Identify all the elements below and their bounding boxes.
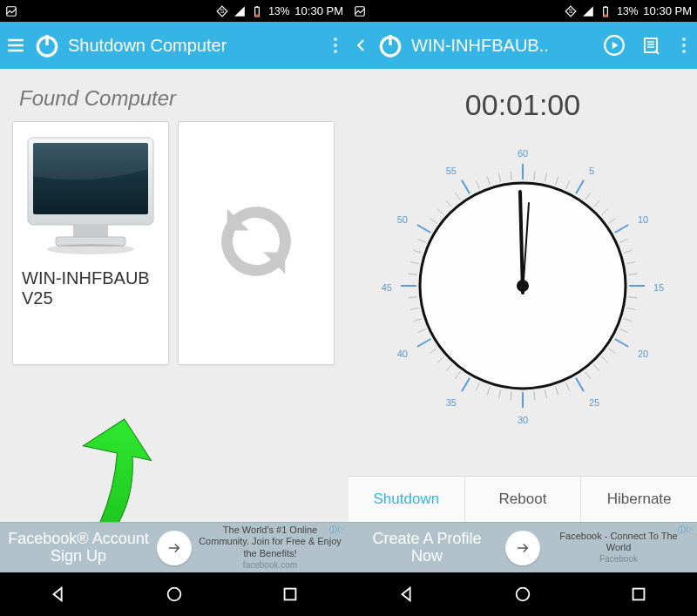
- ad-right-text: Facebook - Connect To The World Facebook: [547, 531, 690, 565]
- diamond-icon: S: [216, 5, 228, 17]
- shutdown-action[interactable]: Shutdown: [348, 477, 465, 522]
- svg-point-102: [517, 588, 530, 601]
- svg-line-54: [545, 389, 546, 398]
- svg-text:35: 35: [446, 397, 457, 408]
- svg-line-81: [462, 180, 470, 194]
- ad-go-button[interactable]: [505, 531, 540, 565]
- svg-line-45: [620, 329, 628, 333]
- svg-line-84: [499, 173, 501, 182]
- svg-line-65: [430, 349, 436, 354]
- svg-line-79: [446, 200, 452, 206]
- nav-home-icon[interactable]: [513, 585, 532, 604]
- overflow-menu-icon[interactable]: [676, 35, 692, 56]
- section-title: Found Computer: [0, 69, 348, 121]
- computer-monitor-icon: [21, 132, 160, 263]
- list-button[interactable]: [636, 30, 666, 60]
- svg-text:10: 10: [638, 214, 648, 225]
- svg-text:S: S: [220, 8, 225, 14]
- nav-back-icon[interactable]: [397, 585, 416, 604]
- computer-card[interactable]: WIN-INHFBAUBV25: [12, 121, 169, 365]
- app-bar: WIN-INHFBAUB..: [348, 22, 697, 69]
- ad-go-button[interactable]: [157, 531, 192, 565]
- app-title: WIN-INHFBAUB..: [411, 36, 592, 56]
- app-title: Shutdown Computer: [68, 36, 317, 56]
- svg-point-12: [168, 588, 181, 601]
- svg-line-67: [417, 329, 425, 333]
- svg-line-77: [430, 218, 436, 223]
- svg-line-59: [487, 387, 490, 396]
- ad-choices-icon[interactable]: ⓘ▷: [329, 525, 345, 536]
- svg-line-64: [437, 357, 443, 363]
- svg-line-69: [410, 308, 419, 309]
- svg-line-60: [476, 383, 479, 391]
- nav-home-icon[interactable]: [165, 585, 184, 604]
- svg-text:50: 50: [397, 214, 408, 225]
- svg-line-47: [609, 349, 616, 354]
- svg-line-72: [409, 274, 417, 274]
- svg-text:60: 60: [518, 148, 528, 159]
- svg-line-42: [628, 297, 637, 298]
- svg-line-57: [511, 391, 511, 400]
- computer-name-label: WIN-INHFBAUBV25: [20, 263, 161, 308]
- svg-line-78: [437, 209, 443, 215]
- nav-recent-icon[interactable]: [629, 585, 648, 604]
- svg-text:15: 15: [653, 282, 664, 293]
- svg-line-32: [585, 193, 591, 200]
- svg-line-37: [620, 239, 628, 242]
- content-area: 00:01:00 60 5 10 15 20 25 30 35 40: [348, 69, 697, 522]
- hibernate-action[interactable]: Hibernate: [581, 477, 697, 522]
- svg-line-39: [626, 262, 635, 264]
- ad-left-text: Create A Profile Now: [355, 531, 498, 565]
- ad-banner[interactable]: ⓘ▷ Facebook® Account Sign Up The World's…: [0, 522, 348, 572]
- reboot-action[interactable]: Reboot: [465, 477, 582, 522]
- svg-line-36: [615, 225, 629, 233]
- svg-line-49: [594, 365, 600, 371]
- ad-choices-icon[interactable]: ⓘ▷: [678, 525, 694, 536]
- svg-text:45: 45: [382, 282, 392, 293]
- svg-text:5: 5: [589, 166, 594, 176]
- svg-line-52: [566, 383, 570, 391]
- refresh-card[interactable]: [178, 121, 335, 365]
- svg-line-46: [615, 339, 629, 347]
- svg-line-74: [414, 250, 423, 253]
- svg-line-73: [410, 262, 419, 264]
- nav-bar: [348, 572, 697, 616]
- timer-display: 00:01:00: [348, 69, 697, 129]
- power-icon: [376, 31, 404, 59]
- overflow-menu-icon[interactable]: [328, 35, 343, 56]
- svg-line-76: [417, 225, 431, 233]
- nav-recent-icon[interactable]: [281, 585, 300, 604]
- svg-line-31: [576, 180, 584, 194]
- svg-rect-4: [256, 6, 258, 7]
- timer-dial[interactable]: 60 5 10 15 20 25 30 35 40 45 50 55: [366, 129, 680, 443]
- power-icon: [33, 31, 61, 59]
- action-row: Shutdown Reboot Hibernate: [348, 476, 697, 522]
- tutorial-arrow-icon: [73, 417, 178, 522]
- svg-line-48: [602, 357, 608, 363]
- status-bar: S 13% 10:30 PM: [348, 0, 697, 22]
- menu-icon[interactable]: [5, 35, 26, 56]
- phone-right: S 13% 10:30 PM WIN-INHFBAUB.. 00:01:00: [348, 0, 697, 616]
- svg-line-55: [534, 391, 535, 400]
- ad-banner[interactable]: ⓘ▷ Create A Profile Now Facebook - Conne…: [348, 522, 697, 572]
- svg-rect-22: [645, 38, 657, 52]
- play-icon: [603, 34, 626, 57]
- ad-right-text: The World's #1 Online Community. Join fo…: [199, 525, 342, 571]
- svg-rect-14: [355, 6, 365, 16]
- svg-line-28: [545, 173, 546, 182]
- svg-line-53: [556, 387, 558, 396]
- list-icon: [640, 35, 661, 56]
- diamond-icon: S: [565, 5, 577, 17]
- svg-line-62: [455, 372, 460, 379]
- svg-point-101: [517, 280, 529, 292]
- back-icon[interactable]: [354, 35, 369, 56]
- image-icon: [5, 5, 17, 17]
- battery-icon: [599, 5, 612, 17]
- signal-icon: [582, 5, 594, 17]
- svg-line-58: [499, 389, 501, 398]
- svg-line-75: [417, 239, 425, 242]
- nav-back-icon[interactable]: [49, 585, 68, 604]
- play-button[interactable]: [599, 30, 629, 60]
- battery-percent: 13%: [617, 5, 638, 17]
- app-bar: Shutdown Computer: [0, 22, 348, 69]
